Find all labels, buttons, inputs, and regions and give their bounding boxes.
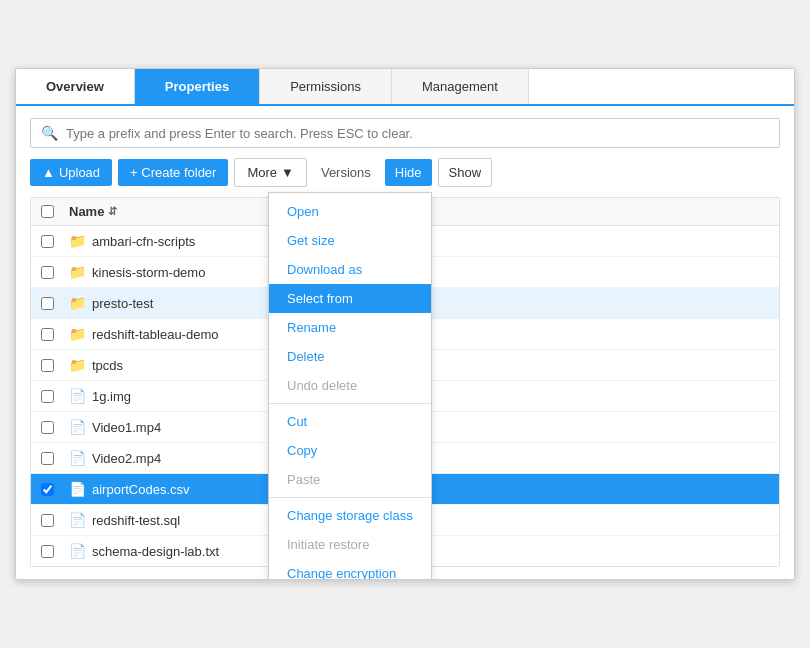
tab-permissions[interactable]: Permissions [260,69,392,104]
dropdown-change-storage-class[interactable]: Change storage class [269,501,431,530]
folder-icon: 📁 [69,357,86,373]
file-name: Video1.mp4 [92,420,161,435]
toolbar: ▲ Upload + Create folder More ▼ Versions… [30,158,780,187]
dropdown-rename[interactable]: Rename [269,313,431,342]
folder-icon: 📁 [69,295,86,311]
chevron-down-icon: ▼ [281,165,294,180]
hide-button[interactable]: Hide [385,159,432,186]
file-icon: 📄 [69,419,86,435]
show-label: Show [449,165,482,180]
dropdown-download-as[interactable]: Download as [269,255,431,284]
row-checkbox[interactable] [41,328,54,341]
dropdown-paste: Paste [269,465,431,494]
dropdown-copy[interactable]: Copy [269,436,431,465]
upload-icon: ▲ [42,165,55,180]
dropdown-get-size[interactable]: Get size [269,226,431,255]
folder-icon: 📁 [69,233,86,249]
file-icon: 📄 [69,543,86,559]
versions-label: Versions [321,165,371,180]
header-check-col [41,205,69,218]
tab-management[interactable]: Management [392,69,529,104]
hide-label: Hide [395,165,422,180]
tab-bar: Overview Properties Permissions Manageme… [16,69,794,106]
create-folder-button[interactable]: + Create folder [118,159,228,186]
dropdown-divider-1 [269,403,431,404]
file-name: airportCodes.csv [92,482,190,497]
versions-button[interactable]: Versions [313,159,379,186]
sort-icon: ⇵ [108,205,117,218]
folder-icon: 📁 [69,264,86,280]
file-icon: 📄 [69,450,86,466]
file-icon: 📄 [69,481,86,497]
search-icon: 🔍 [41,125,58,141]
file-name: redshift-tableau-demo [92,327,218,342]
dropdown-delete[interactable]: Delete [269,342,431,371]
row-checkbox[interactable] [41,452,54,465]
file-name: schema-design-lab.txt [92,544,219,559]
more-dropdown: Open Get size Download as Select from Re… [268,192,432,580]
row-checkbox[interactable] [41,235,54,248]
select-all-checkbox[interactable] [41,205,54,218]
header-name-label: Name [69,204,104,219]
folder-icon: 📁 [69,326,86,342]
main-window: Overview Properties Permissions Manageme… [15,68,795,580]
dropdown-open[interactable]: Open [269,197,431,226]
dropdown-select-from[interactable]: Select from [269,284,431,313]
file-name: ambari-cfn-scripts [92,234,195,249]
dropdown-undo-delete: Undo delete [269,371,431,400]
create-folder-label: + Create folder [130,165,216,180]
dropdown-change-encryption[interactable]: Change encryption [269,559,431,580]
search-input[interactable] [66,126,769,141]
dropdown-cut[interactable]: Cut [269,407,431,436]
row-checkbox[interactable] [41,483,54,496]
dropdown-initiate-restore: Initiate restore [269,530,431,559]
file-name: 1g.img [92,389,131,404]
show-button[interactable]: Show [438,158,493,187]
row-checkbox[interactable] [41,390,54,403]
more-label: More [247,165,277,180]
upload-button[interactable]: ▲ Upload [30,159,112,186]
more-button[interactable]: More ▼ [234,158,307,187]
file-name: Video2.mp4 [92,451,161,466]
row-checkbox[interactable] [41,545,54,558]
row-checkbox[interactable] [41,297,54,310]
tab-overview[interactable]: Overview [16,69,135,104]
row-checkbox[interactable] [41,359,54,372]
file-name: redshift-test.sql [92,513,180,528]
dropdown-divider-2 [269,497,431,498]
row-checkbox[interactable] [41,421,54,434]
file-name: tpcds [92,358,123,373]
file-name: presto-test [92,296,153,311]
file-icon: 📄 [69,512,86,528]
upload-label: Upload [59,165,100,180]
row-checkbox[interactable] [41,266,54,279]
file-icon: 📄 [69,388,86,404]
tab-properties[interactable]: Properties [135,69,260,104]
row-checkbox[interactable] [41,514,54,527]
file-name: kinesis-storm-demo [92,265,205,280]
search-bar: 🔍 [30,118,780,148]
content-area: 🔍 ▲ Upload + Create folder More ▼ Versio… [16,106,794,579]
